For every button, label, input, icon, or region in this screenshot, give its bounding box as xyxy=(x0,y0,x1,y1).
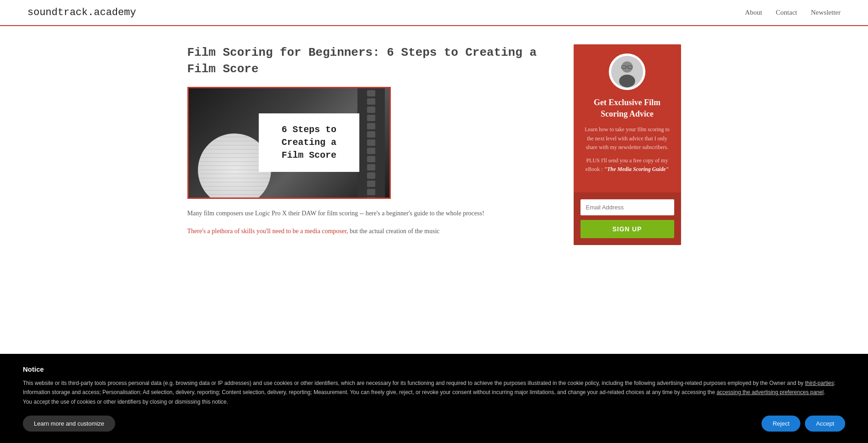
avatar xyxy=(609,53,645,90)
article-inline-link[interactable]: There's a plethora of skills you'll need… xyxy=(187,228,348,235)
article: Film Scoring for Beginners: 6 Steps to C… xyxy=(187,44,555,245)
widget-arrow xyxy=(620,185,634,192)
nav-about[interactable]: About xyxy=(745,9,762,16)
avatar-image xyxy=(611,56,643,88)
film-hole xyxy=(367,164,375,171)
image-text-overlay: 6 Steps to Creating a Film Score xyxy=(259,113,359,172)
film-hole xyxy=(367,197,375,199)
sidebar-widget-title: Get Exclusive Film Scoring Advice xyxy=(583,97,672,120)
film-hole xyxy=(367,115,375,121)
film-hole xyxy=(367,123,375,129)
main-layout: Film Scoring for Beginners: 6 Steps to C… xyxy=(160,26,708,263)
nav-newsletter[interactable]: Newsletter xyxy=(811,9,841,16)
sidebar-widget-desc1: Learn how to take your film scoring to t… xyxy=(583,125,672,152)
nav-contact[interactable]: Contact xyxy=(776,9,797,16)
film-hole xyxy=(367,131,375,138)
featured-image: 6 Steps to Creating a Film Score xyxy=(187,87,391,199)
site-logo[interactable]: soundtrack.academy xyxy=(27,7,136,18)
article-intro: Many film composers use Logic Pro X thei… xyxy=(187,208,555,219)
email-input[interactable] xyxy=(580,199,674,215)
image-card-text: 6 Steps to Creating a Film Score xyxy=(282,124,336,160)
signup-button[interactable]: SIGN UP xyxy=(580,220,674,238)
site-header: soundtrack.academy About Contact Newslet… xyxy=(0,0,868,26)
main-nav: About Contact Newsletter xyxy=(745,9,841,16)
film-hole xyxy=(367,189,375,195)
sidebar-widget-desc2: PLUS I'll send you a free copy of my eBo… xyxy=(583,156,672,174)
film-hole xyxy=(367,90,375,96)
sidebar-widget: Get Exclusive Film Scoring Advice Learn … xyxy=(574,44,681,245)
film-hole xyxy=(367,172,375,179)
article-body: There's a plethora of skills you'll need… xyxy=(187,226,555,237)
sidebar-form: SIGN UP xyxy=(574,192,681,245)
film-hole xyxy=(367,98,375,105)
sidebar-widget-top: Get Exclusive Film Scoring Advice Learn … xyxy=(574,44,681,185)
sidebar: Get Exclusive Film Scoring Advice Learn … xyxy=(574,44,681,245)
film-hole xyxy=(367,139,375,146)
film-roll xyxy=(357,88,385,197)
article-title: Film Scoring for Beginners: 6 Steps to C… xyxy=(187,44,555,78)
svg-point-5 xyxy=(619,75,635,87)
ebook-title: "The Media Scoring Guide" xyxy=(604,166,669,172)
film-hole xyxy=(367,148,375,154)
film-hole xyxy=(367,181,375,187)
film-hole xyxy=(367,107,375,113)
film-hole xyxy=(367,156,375,162)
